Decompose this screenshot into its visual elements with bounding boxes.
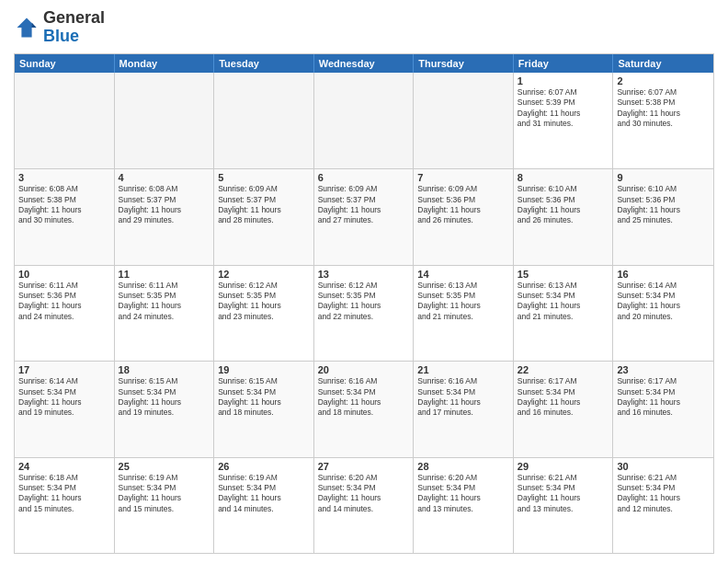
- calendar-day-29: 29Sunrise: 6:21 AM Sunset: 5:34 PM Dayli…: [514, 458, 614, 553]
- day-info: Sunrise: 6:16 AM Sunset: 5:34 PM Dayligh…: [318, 376, 410, 419]
- day-number: 11: [119, 269, 210, 280]
- calendar-weekday-saturday: Saturday: [613, 54, 713, 73]
- calendar-day-12: 12Sunrise: 6:12 AM Sunset: 5:35 PM Dayli…: [214, 266, 314, 361]
- calendar-day-22: 22Sunrise: 6:17 AM Sunset: 5:34 PM Dayli…: [514, 362, 614, 456]
- day-info: Sunrise: 6:10 AM Sunset: 5:36 PM Dayligh…: [617, 184, 710, 226]
- calendar-day-9: 9Sunrise: 6:10 AM Sunset: 5:36 PM Daylig…: [613, 169, 713, 264]
- day-info: Sunrise: 6:19 AM Sunset: 5:34 PM Dayligh…: [119, 473, 210, 515]
- calendar-day-16: 16Sunrise: 6:14 AM Sunset: 5:34 PM Dayli…: [613, 266, 713, 361]
- calendar-day-13: 13Sunrise: 6:12 AM Sunset: 5:35 PM Dayli…: [314, 266, 415, 361]
- calendar-week-1: 1Sunrise: 6:07 AM Sunset: 5:39 PM Daylig…: [15, 73, 713, 168]
- day-number: 9: [617, 172, 710, 183]
- day-info: Sunrise: 6:15 AM Sunset: 5:34 PM Dayligh…: [119, 376, 210, 419]
- day-number: 2: [617, 75, 710, 86]
- day-number: 19: [218, 364, 310, 375]
- day-info: Sunrise: 6:14 AM Sunset: 5:34 PM Dayligh…: [617, 281, 710, 323]
- day-info: Sunrise: 6:16 AM Sunset: 5:34 PM Dayligh…: [417, 376, 509, 419]
- day-number: 27: [318, 461, 410, 472]
- page: General Blue SundayMondayTuesdayWednesda…: [0, 0, 728, 563]
- day-number: 23: [617, 364, 710, 375]
- day-info: Sunrise: 6:20 AM Sunset: 5:34 PM Dayligh…: [318, 473, 410, 515]
- calendar-week-2: 3Sunrise: 6:08 AM Sunset: 5:38 PM Daylig…: [15, 168, 713, 264]
- calendar-empty-cell: [15, 73, 115, 168]
- calendar-weekday-friday: Friday: [514, 54, 614, 73]
- calendar-empty-cell: [314, 73, 415, 168]
- day-info: Sunrise: 6:08 AM Sunset: 5:37 PM Dayligh…: [119, 184, 210, 226]
- calendar-day-2: 2Sunrise: 6:07 AM Sunset: 5:38 PM Daylig…: [613, 73, 713, 168]
- day-info: Sunrise: 6:07 AM Sunset: 5:39 PM Dayligh…: [518, 87, 609, 130]
- day-number: 21: [417, 364, 509, 375]
- calendar-header: SundayMondayTuesdayWednesdayThursdayFrid…: [15, 54, 713, 73]
- calendar-weekday-sunday: Sunday: [15, 54, 115, 73]
- calendar-empty-cell: [414, 73, 514, 168]
- calendar-week-4: 17Sunrise: 6:14 AM Sunset: 5:34 PM Dayli…: [15, 361, 713, 456]
- calendar-body: 1Sunrise: 6:07 AM Sunset: 5:39 PM Daylig…: [15, 73, 713, 553]
- day-number: 1: [518, 75, 609, 86]
- calendar-day-26: 26Sunrise: 6:19 AM Sunset: 5:34 PM Dayli…: [214, 458, 314, 553]
- header: General Blue: [14, 9, 714, 46]
- day-info: Sunrise: 6:11 AM Sunset: 5:36 PM Dayligh…: [18, 281, 110, 323]
- day-number: 7: [417, 172, 509, 183]
- calendar-day-4: 4Sunrise: 6:08 AM Sunset: 5:37 PM Daylig…: [115, 169, 215, 264]
- day-info: Sunrise: 6:10 AM Sunset: 5:36 PM Dayligh…: [518, 184, 609, 226]
- logo: General Blue: [14, 9, 105, 46]
- day-number: 29: [518, 461, 609, 472]
- calendar-day-6: 6Sunrise: 6:09 AM Sunset: 5:37 PM Daylig…: [314, 169, 415, 264]
- calendar-day-30: 30Sunrise: 6:21 AM Sunset: 5:34 PM Dayli…: [613, 458, 713, 553]
- day-info: Sunrise: 6:11 AM Sunset: 5:35 PM Dayligh…: [119, 281, 210, 323]
- logo-text: General Blue: [43, 9, 105, 46]
- calendar-day-1: 1Sunrise: 6:07 AM Sunset: 5:39 PM Daylig…: [514, 73, 614, 168]
- calendar-day-20: 20Sunrise: 6:16 AM Sunset: 5:34 PM Dayli…: [314, 362, 415, 456]
- calendar-day-15: 15Sunrise: 6:13 AM Sunset: 5:34 PM Dayli…: [514, 266, 614, 361]
- calendar-weekday-wednesday: Wednesday: [314, 54, 415, 73]
- day-number: 15: [518, 269, 609, 280]
- day-info: Sunrise: 6:17 AM Sunset: 5:34 PM Dayligh…: [518, 376, 609, 419]
- day-number: 20: [318, 364, 410, 375]
- calendar-day-18: 18Sunrise: 6:15 AM Sunset: 5:34 PM Dayli…: [115, 362, 215, 456]
- day-number: 3: [18, 172, 110, 183]
- day-number: 18: [119, 364, 210, 375]
- day-info: Sunrise: 6:08 AM Sunset: 5:38 PM Dayligh…: [18, 184, 110, 226]
- calendar-week-3: 10Sunrise: 6:11 AM Sunset: 5:36 PM Dayli…: [15, 265, 713, 361]
- day-info: Sunrise: 6:20 AM Sunset: 5:34 PM Dayligh…: [417, 473, 509, 515]
- calendar-day-17: 17Sunrise: 6:14 AM Sunset: 5:34 PM Dayli…: [15, 362, 115, 456]
- day-number: 24: [18, 461, 110, 472]
- logo-icon: [14, 15, 40, 40]
- calendar-empty-cell: [115, 73, 215, 168]
- calendar-day-10: 10Sunrise: 6:11 AM Sunset: 5:36 PM Dayli…: [15, 266, 115, 361]
- svg-marker-1: [32, 22, 37, 28]
- calendar-week-5: 24Sunrise: 6:18 AM Sunset: 5:34 PM Dayli…: [15, 457, 713, 553]
- day-info: Sunrise: 6:13 AM Sunset: 5:34 PM Dayligh…: [518, 281, 609, 323]
- day-info: Sunrise: 6:09 AM Sunset: 5:36 PM Dayligh…: [417, 184, 509, 226]
- day-info: Sunrise: 6:15 AM Sunset: 5:34 PM Dayligh…: [218, 376, 310, 419]
- day-number: 8: [518, 172, 609, 183]
- day-info: Sunrise: 6:17 AM Sunset: 5:34 PM Dayligh…: [617, 376, 710, 419]
- calendar-weekday-thursday: Thursday: [414, 54, 514, 73]
- day-number: 25: [119, 461, 210, 472]
- calendar-day-14: 14Sunrise: 6:13 AM Sunset: 5:35 PM Dayli…: [414, 266, 514, 361]
- calendar-day-3: 3Sunrise: 6:08 AM Sunset: 5:38 PM Daylig…: [15, 169, 115, 264]
- calendar-day-24: 24Sunrise: 6:18 AM Sunset: 5:34 PM Dayli…: [15, 458, 115, 553]
- day-number: 5: [218, 172, 310, 183]
- day-number: 16: [617, 269, 710, 280]
- day-info: Sunrise: 6:13 AM Sunset: 5:35 PM Dayligh…: [417, 281, 509, 323]
- day-number: 12: [218, 269, 310, 280]
- calendar-day-7: 7Sunrise: 6:09 AM Sunset: 5:36 PM Daylig…: [414, 169, 514, 264]
- calendar-day-27: 27Sunrise: 6:20 AM Sunset: 5:34 PM Dayli…: [314, 458, 415, 553]
- calendar: SundayMondayTuesdayWednesdayThursdayFrid…: [14, 53, 714, 554]
- day-number: 6: [318, 172, 410, 183]
- calendar-day-23: 23Sunrise: 6:17 AM Sunset: 5:34 PM Dayli…: [613, 362, 713, 456]
- calendar-day-21: 21Sunrise: 6:16 AM Sunset: 5:34 PM Dayli…: [414, 362, 514, 456]
- day-info: Sunrise: 6:09 AM Sunset: 5:37 PM Dayligh…: [318, 184, 410, 226]
- day-info: Sunrise: 6:21 AM Sunset: 5:34 PM Dayligh…: [518, 473, 609, 515]
- day-info: Sunrise: 6:19 AM Sunset: 5:34 PM Dayligh…: [218, 473, 310, 515]
- day-info: Sunrise: 6:07 AM Sunset: 5:38 PM Dayligh…: [617, 87, 710, 130]
- day-number: 30: [617, 461, 710, 472]
- day-number: 17: [18, 364, 110, 375]
- day-number: 10: [18, 269, 110, 280]
- calendar-empty-cell: [214, 73, 314, 168]
- calendar-day-28: 28Sunrise: 6:20 AM Sunset: 5:34 PM Dayli…: [414, 458, 514, 553]
- day-info: Sunrise: 6:21 AM Sunset: 5:34 PM Dayligh…: [617, 473, 710, 515]
- day-info: Sunrise: 6:12 AM Sunset: 5:35 PM Dayligh…: [318, 281, 410, 323]
- calendar-day-25: 25Sunrise: 6:19 AM Sunset: 5:34 PM Dayli…: [115, 458, 215, 553]
